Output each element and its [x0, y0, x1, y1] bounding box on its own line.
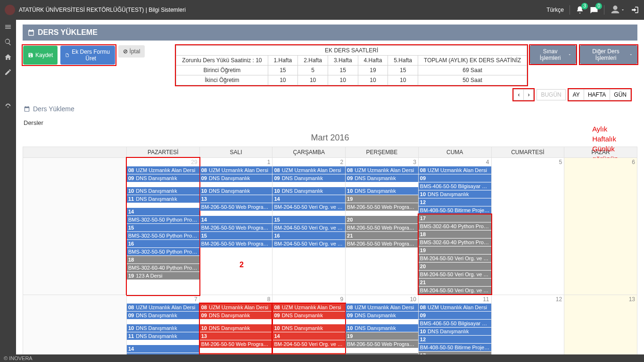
dersler-label: Dersler — [24, 119, 637, 126]
menu-icon[interactable] — [4, 23, 12, 31]
calendar-day[interactable]: 12 — [491, 295, 564, 355]
cancel-button[interactable]: ⊘İptal — [118, 45, 145, 58]
calendar-day[interactable]: 13 — [564, 295, 637, 355]
notifications-icon[interactable]: 3 — [576, 6, 584, 14]
next-button[interactable]: › — [524, 89, 534, 100]
calendar-day[interactable]: 29 08UZM Uzmanlık Alan Dersi 09DNS Danış… — [127, 158, 200, 295]
search-icon[interactable] — [4, 38, 12, 46]
messages-icon[interactable]: 0 — [590, 6, 598, 14]
page-title: DERS YÜKLEME — [23, 25, 637, 41]
month-view-button[interactable]: AY — [569, 89, 584, 100]
notif-badge: 3 — [581, 3, 588, 9]
app-logo — [5, 5, 15, 15]
diger-button[interactable]: Diğer Ders İşlemleri — [580, 45, 637, 64]
calendar-day[interactable]: 6 — [564, 158, 637, 295]
home-icon[interactable] — [4, 53, 12, 61]
user-menu[interactable] — [610, 5, 625, 15]
topbar: ATATÜRK ÜNİVERSİTESİ REKTÖRLÜĞÜ(TEST) | … — [0, 0, 644, 20]
dashboard-icon[interactable] — [4, 102, 12, 110]
day-view-button[interactable]: GÜN — [610, 89, 631, 100]
mail-badge: 0 — [595, 3, 602, 9]
today-button[interactable]: BUGÜN — [537, 89, 565, 100]
calendar-day[interactable]: 7 08UZM Uzmanlık Alan Dersi 09DNS Danışm… — [127, 295, 200, 355]
sidebar — [0, 20, 16, 354]
language-selector[interactable]: Türkçe — [546, 7, 564, 13]
calendar-day[interactable]: 4 08UZM Uzmanlık Alan Dersi 09 BMS-406-5… — [418, 158, 491, 295]
prev-button[interactable]: ‹ — [513, 89, 524, 100]
logout-icon[interactable] — [631, 6, 639, 14]
calendar-day[interactable]: 1 08UZM Uzmanlık Alan Dersi 09DNS Danışm… — [199, 158, 272, 295]
calendar-day[interactable]: 3 08UZM Uzmanlık Alan Dersi 09DNS Danışm… — [346, 158, 419, 295]
edit-icon[interactable] — [4, 68, 12, 76]
save-button[interactable]: Kaydet — [23, 46, 58, 65]
app-title: ATATÜRK ÜNİVERSİTESİ REKTÖRLÜĞÜ(TEST) | … — [19, 7, 186, 13]
sinav-button[interactable]: Sınav İşlemleri — [530, 45, 576, 64]
calendar-day[interactable]: 10 08UZM Uzmanlık Alan Dersi 09DNS Danış… — [346, 295, 419, 355]
month-label: Mart 2016 — [23, 133, 637, 143]
ekders-button[interactable]: Ek Ders Formu Üret — [60, 46, 115, 65]
ek-ders-table: EK DERS SAATLERİ Zorunlu Ders Yükü Saati… — [176, 45, 527, 85]
main-content: DERS YÜKLEME Kaydet Ek Ders Formu Üret ⊘… — [16, 20, 644, 354]
calendar-day[interactable]: 9 08UZM Uzmanlık Alan Dersi 09DNS Danışm… — [272, 295, 346, 355]
calendar-day[interactable]: 2 08UZM Uzmanlık Alan Dersi 09DNS Danışm… — [272, 158, 346, 295]
section-subhead: Ders Yükleme — [23, 102, 637, 116]
week-view-button[interactable]: HAFTA — [584, 89, 610, 100]
calendar-day[interactable]: 11 08UZM Uzmanlık Alan Dersi 09 BMS-406-… — [418, 295, 491, 355]
calendar-day[interactable]: 8 08UZM Uzmanlık Alan Dersi 09DNS Danışm… — [199, 295, 272, 355]
calendar-day[interactable]: 5 — [491, 158, 564, 295]
calendar[interactable]: PAZARTESİSALIÇARŞAMBA PERŞEMBECUMACUMART… — [23, 147, 637, 354]
